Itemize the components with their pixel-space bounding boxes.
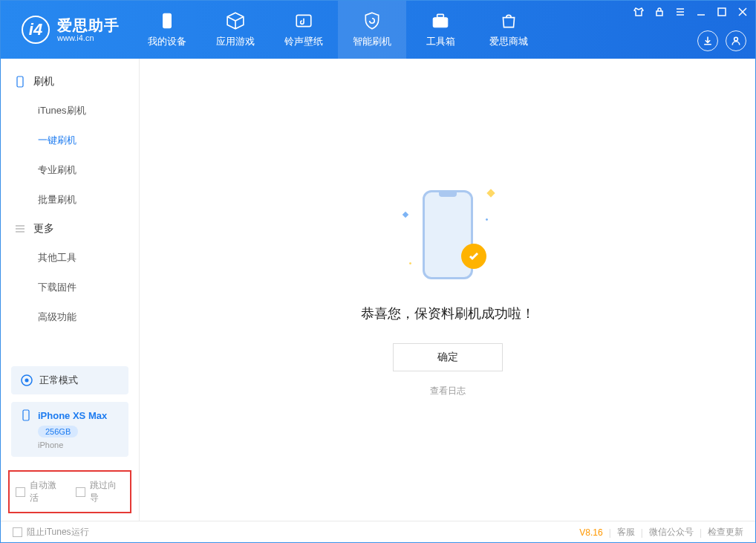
toolbox-icon xyxy=(431,11,450,30)
block-itunes-checkbox[interactable]: 阻止iTunes运行 xyxy=(13,526,89,539)
sidebar-item-pro-flash[interactable]: 专业刷机 xyxy=(1,155,139,185)
maximize-icon[interactable] xyxy=(717,7,727,17)
nav-flash[interactable]: 智能刷机 xyxy=(338,1,406,59)
sidebar-item-one-click-flash[interactable]: 一键刷机 xyxy=(1,126,139,155)
checkbox-icon xyxy=(76,487,85,497)
sidebar-item-download-firmware[interactable]: 下载固件 xyxy=(1,273,139,302)
sparkle-icon xyxy=(485,218,488,221)
svg-rect-7 xyxy=(17,77,23,87)
ok-button[interactable]: 确定 xyxy=(393,343,503,371)
menu-icon[interactable] xyxy=(675,7,685,17)
storage-badge: 256GB xyxy=(38,426,78,438)
phone-icon xyxy=(14,76,26,88)
device-panel: 正常模式 iPhone XS Max 256GB iPhone xyxy=(1,357,139,466)
svg-rect-10 xyxy=(23,410,29,420)
music-folder-icon xyxy=(294,11,313,30)
shield-refresh-icon xyxy=(362,11,382,30)
sidebar-item-other-tools[interactable]: 其他工具 xyxy=(1,243,139,273)
separator: | xyxy=(609,527,611,538)
lock-icon[interactable] xyxy=(654,7,665,17)
check-badge-icon xyxy=(461,244,486,269)
nav-my-device[interactable]: 我的设备 xyxy=(133,1,201,59)
auto-activate-checkbox[interactable]: 自动激活 xyxy=(16,479,64,504)
device-name: iPhone XS Max xyxy=(38,410,107,421)
nav-label: 我的设备 xyxy=(148,35,186,48)
device-icon xyxy=(157,11,177,30)
header-actions xyxy=(697,30,746,51)
sidebar-group-more: 更多 xyxy=(1,215,139,243)
view-log-link[interactable]: 查看日志 xyxy=(430,385,466,397)
sparkle-icon xyxy=(486,189,495,197)
sidebar-item-itunes-flash[interactable]: iTunes刷机 xyxy=(1,96,139,126)
nav-label: 应用游戏 xyxy=(216,35,255,48)
mode-text: 正常模式 xyxy=(39,374,78,387)
sidebar-item-advanced[interactable]: 高级功能 xyxy=(1,302,139,332)
main-content: 恭喜您，保资料刷机成功啦！ 确定 查看日志 xyxy=(140,59,755,521)
customer-service-link[interactable]: 客服 xyxy=(617,526,635,539)
check-update-link[interactable]: 检查更新 xyxy=(708,526,743,539)
bag-icon xyxy=(499,11,518,30)
flash-options-highlight: 自动激活 跳过向导 xyxy=(8,470,131,513)
checkbox-label: 跳过向导 xyxy=(90,479,124,504)
svg-point-9 xyxy=(25,379,29,383)
svg-rect-3 xyxy=(437,14,444,17)
app-title: 爱思助手 xyxy=(57,17,120,33)
skip-guide-checkbox[interactable]: 跳过向导 xyxy=(76,479,124,504)
sparkle-icon xyxy=(402,211,408,217)
svg-rect-2 xyxy=(433,18,448,27)
sparkle-icon xyxy=(408,261,411,264)
status-bar: 阻止iTunes运行 V8.16 | 客服 | 微信公众号 | 检查更新 xyxy=(1,521,755,543)
nav-store[interactable]: 爱思商城 xyxy=(475,1,543,59)
checkbox-icon xyxy=(13,527,22,537)
svg-rect-5 xyxy=(718,8,726,16)
group-title: 更多 xyxy=(33,222,54,235)
checkbox-label: 自动激活 xyxy=(30,479,64,504)
version-text: V8.16 xyxy=(579,527,602,538)
nav-label: 爱思商城 xyxy=(489,35,528,48)
close-icon[interactable] xyxy=(737,7,748,17)
account-button[interactable] xyxy=(726,30,746,51)
device-mode[interactable]: 正常模式 xyxy=(11,366,128,394)
separator: | xyxy=(641,527,643,538)
success-message: 恭喜您，保资料刷机成功啦！ xyxy=(361,305,535,322)
group-title: 刷机 xyxy=(33,75,54,88)
separator: | xyxy=(700,527,702,538)
app-subtitle: www.i4.cn xyxy=(57,33,120,42)
nav-toolbox[interactable]: 工具箱 xyxy=(406,1,475,59)
nav-label: 铃声壁纸 xyxy=(284,35,323,48)
sidebar-group-flash: 刷机 xyxy=(1,68,139,96)
wechat-link[interactable]: 微信公众号 xyxy=(649,526,694,539)
main-nav: 我的设备 应用游戏 铃声壁纸 智能刷机 工具箱 爱思商城 xyxy=(133,1,543,59)
device-type: iPhone xyxy=(38,440,120,449)
minimize-icon[interactable] xyxy=(696,7,706,17)
device-info[interactable]: iPhone XS Max 256GB iPhone xyxy=(11,402,128,457)
logo: i4 爱思助手 www.i4.cn xyxy=(1,16,133,44)
download-button[interactable] xyxy=(697,30,718,51)
sidebar: 刷机 iTunes刷机 一键刷机 专业刷机 批量刷机 更多 其他工具 下载固件 … xyxy=(1,59,140,521)
shirt-icon[interactable] xyxy=(633,7,644,17)
mode-icon xyxy=(20,374,33,387)
checkbox-label: 阻止iTunes运行 xyxy=(27,526,89,539)
sidebar-item-batch-flash[interactable]: 批量刷机 xyxy=(1,185,139,215)
logo-icon: i4 xyxy=(22,16,50,44)
app-header: i4 爱思助手 www.i4.cn 我的设备 应用游戏 铃声壁纸 智能刷机 工具… xyxy=(1,1,755,59)
cube-icon xyxy=(226,11,245,30)
svg-rect-4 xyxy=(656,11,662,16)
nav-label: 智能刷机 xyxy=(353,35,391,48)
nav-label: 工具箱 xyxy=(426,35,455,48)
window-controls xyxy=(633,7,748,17)
list-icon xyxy=(14,223,26,235)
svg-point-6 xyxy=(734,37,738,41)
svg-rect-0 xyxy=(163,13,172,28)
success-illustration xyxy=(396,183,500,287)
nav-ringtones[interactable]: 铃声壁纸 xyxy=(270,1,338,59)
checkbox-icon xyxy=(16,487,25,497)
phone-icon xyxy=(20,409,32,421)
nav-apps[interactable]: 应用游戏 xyxy=(201,1,270,59)
